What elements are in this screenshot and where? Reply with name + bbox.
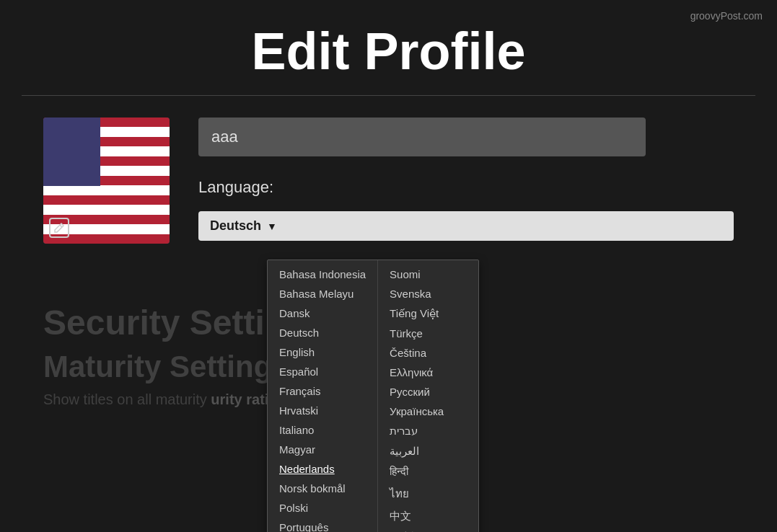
language-option[interactable]: Українська (378, 402, 478, 421)
language-dropdown-menu: Bahasa IndonesiaBahasa MelayuDanskDeutsc… (267, 260, 479, 532)
language-option[interactable]: Tiếng Việt (378, 303, 478, 324)
language-option[interactable]: Suomi (378, 265, 478, 284)
flag-canton (43, 118, 100, 186)
language-option[interactable]: 中文 (378, 506, 478, 527)
language-option[interactable]: Nederlands (268, 459, 377, 479)
language-option[interactable]: Bahasa Indonesia (268, 265, 377, 284)
page-title: Edit Profile (0, 0, 777, 95)
language-option[interactable]: 日本語 (378, 527, 478, 532)
avatar-section (43, 118, 170, 244)
edit-avatar-button[interactable] (49, 218, 69, 238)
dropdown-left-column: Bahasa IndonesiaBahasa MelayuDanskDeutsc… (268, 260, 377, 532)
language-option[interactable]: Italiano (268, 420, 377, 440)
language-label: Language: (198, 178, 734, 197)
username-input[interactable] (198, 118, 646, 156)
language-option[interactable]: Dansk (268, 303, 377, 323)
language-option[interactable]: עברית (378, 421, 478, 441)
language-option[interactable]: Português (268, 518, 377, 532)
language-option[interactable]: العربية (378, 441, 478, 461)
brand-label: groovyPost.com (690, 10, 763, 22)
stripe-8 (43, 185, 170, 195)
language-option[interactable]: Ελληνικά (378, 363, 478, 382)
language-option[interactable]: Hrvatski (268, 401, 377, 420)
main-content: Language: Deutsch ▼ (0, 96, 777, 265)
language-option[interactable]: Русский (378, 382, 478, 402)
language-option[interactable]: Polski (268, 498, 377, 518)
language-option[interactable]: Čeština (378, 343, 478, 363)
right-section: Language: Deutsch ▼ (198, 118, 734, 244)
language-option[interactable]: Español (268, 362, 377, 381)
language-option[interactable]: Türkçe (378, 324, 478, 343)
stripe-10 (43, 205, 170, 214)
language-selected-value: Deutsch (210, 218, 261, 234)
language-option[interactable]: Magyar (268, 440, 377, 459)
language-option[interactable]: Bahasa Melayu (268, 284, 377, 303)
language-option[interactable]: हिन्दी (378, 461, 478, 482)
stripe-9 (43, 195, 170, 205)
language-option[interactable]: Français (268, 381, 377, 401)
language-option[interactable]: Deutsch (268, 323, 377, 342)
language-option[interactable]: English (268, 342, 377, 362)
language-dropdown-button[interactable]: Deutsch ▼ (198, 211, 734, 241)
dropdown-right-column: SuomiSvenskaTiếng ViệtTürkçeČeštinaΕλλην… (377, 260, 478, 532)
language-option[interactable]: Svenska (378, 284, 478, 303)
language-option[interactable]: ไทย (378, 482, 478, 506)
dropdown-arrow-icon: ▼ (267, 221, 277, 232)
avatar-container (43, 118, 170, 244)
language-option[interactable]: Norsk bokmål (268, 479, 377, 498)
